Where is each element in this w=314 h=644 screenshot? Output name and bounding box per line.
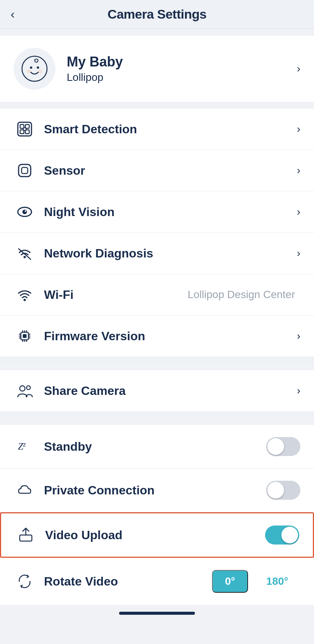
share-camera-row[interactable]: Share Camera › (0, 370, 314, 411)
wifi-row[interactable]: Wi-Fi Lollipop Design Center (0, 274, 314, 316)
avatar (14, 48, 55, 90)
smart-detection-chevron: › (297, 123, 300, 135)
share-camera-label: Share Camera (44, 384, 297, 398)
private-connection-toggle[interactable] (266, 481, 300, 500)
share-camera-chevron: › (297, 385, 300, 397)
night-vision-label: Night Vision (44, 205, 297, 219)
standby-toggle-thumb (267, 438, 284, 455)
svg-text:Z: Z (18, 441, 24, 452)
firmware-chevron: › (297, 330, 300, 342)
sensor-label: Sensor (44, 164, 297, 178)
rotate-video-icon (14, 573, 36, 590)
profile-name: My Baby (67, 54, 297, 70)
svg-rect-37 (20, 535, 32, 541)
standby-label: Standby (44, 440, 266, 454)
svg-point-16 (24, 256, 26, 258)
rotate-video-row[interactable]: Rotate Video 0° 180° (0, 558, 314, 605)
night-vision-chevron: › (297, 206, 300, 218)
rotate-options: 0° 180° (212, 570, 300, 593)
video-upload-icon (15, 527, 37, 543)
private-connection-row[interactable]: Private Connection (0, 469, 314, 512)
firmware-row[interactable]: Firmware Version › (0, 316, 314, 357)
wifi-label: Wi-Fi (44, 288, 188, 302)
profile-subtitle: Lollipop (67, 71, 297, 84)
svg-point-15 (25, 210, 26, 212)
baby-avatar-icon (21, 55, 48, 82)
svg-rect-12 (22, 167, 28, 174)
section-divider-2 (0, 411, 314, 418)
toggles-section: Z z Standby Private Connection (0, 425, 314, 605)
main-settings-section: Smart Detection › Sensor › Night Vision … (0, 109, 314, 357)
section-divider-1 (0, 357, 314, 363)
network-diagnosis-chevron: › (297, 247, 300, 259)
firmware-label: Firmware Version (44, 329, 297, 343)
profile-section: My Baby Lollipop › (0, 36, 314, 102)
profile-chevron: › (297, 63, 300, 75)
share-camera-icon (14, 382, 36, 399)
video-upload-row[interactable]: Video Upload (0, 512, 314, 558)
night-vision-icon (14, 204, 36, 220)
svg-rect-32 (23, 334, 27, 338)
page-title: Camera Settings (108, 7, 207, 22)
standby-row[interactable]: Z z Standby (0, 425, 314, 469)
share-section: Share Camera › (0, 370, 314, 411)
svg-point-34 (27, 386, 30, 390)
home-indicator (119, 612, 195, 615)
rotate-video-label: Rotate Video (44, 575, 212, 589)
sensor-icon (14, 162, 36, 179)
rotate-180-button[interactable]: 180° (254, 570, 300, 593)
svg-text:z: z (23, 440, 26, 448)
private-connection-icon (14, 482, 36, 499)
profile-info: My Baby Lollipop (67, 54, 297, 84)
standby-toggle[interactable] (266, 437, 300, 456)
network-diagnosis-row[interactable]: Network Diagnosis › (0, 233, 314, 274)
back-button[interactable]: ‹ (11, 7, 15, 21)
private-connection-toggle-thumb (267, 482, 284, 499)
smart-detection-row[interactable]: Smart Detection › (0, 109, 314, 150)
svg-point-1 (30, 66, 32, 69)
video-upload-toggle[interactable] (265, 526, 299, 545)
standby-icon: Z z (14, 438, 36, 455)
svg-rect-11 (19, 164, 31, 177)
wifi-value: Lollipop Design Center (188, 289, 295, 301)
profile-row[interactable]: My Baby Lollipop › (0, 36, 314, 102)
svg-point-14 (22, 210, 27, 214)
video-upload-toggle-thumb (281, 527, 298, 543)
network-diagnosis-label: Network Diagnosis (44, 246, 297, 260)
header: ‹ Camera Settings (0, 0, 314, 29)
svg-point-3 (27, 69, 31, 73)
svg-point-10 (23, 128, 26, 131)
firmware-icon (14, 328, 36, 344)
smart-detection-icon (14, 121, 36, 137)
smart-detection-label: Smart Detection (44, 122, 297, 136)
svg-point-2 (37, 66, 39, 69)
network-diagnosis-icon (14, 245, 36, 262)
svg-point-4 (38, 69, 42, 73)
svg-point-18 (24, 299, 26, 301)
sensor-row[interactable]: Sensor › (0, 150, 314, 191)
private-connection-label: Private Connection (44, 483, 266, 497)
video-upload-label: Video Upload (45, 528, 265, 542)
sensor-chevron: › (297, 164, 300, 177)
svg-rect-5 (18, 122, 31, 136)
wifi-icon (14, 286, 36, 303)
svg-point-33 (20, 386, 25, 391)
night-vision-row[interactable]: Night Vision › (0, 191, 314, 233)
rotate-0-button[interactable]: 0° (212, 570, 248, 593)
